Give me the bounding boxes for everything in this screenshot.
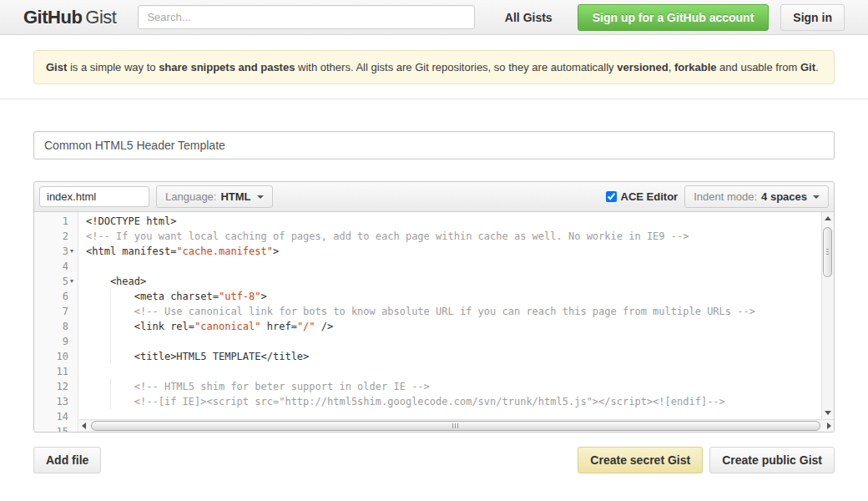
line-number: 9	[63, 334, 68, 349]
gist-new-page: GitHubGist All Gists Sign up for a GitHu…	[0, 0, 868, 501]
logo-gist-text: Gist	[85, 7, 116, 28]
create-secret-gist-button[interactable]: Create secret Gist	[578, 447, 703, 473]
indent-guide	[110, 349, 111, 364]
indent-guide	[110, 334, 111, 349]
line-number: 3	[63, 244, 68, 259]
code-line: 7 <!-- Use canonical link for bots to kn…	[34, 304, 834, 319]
code-line-text: <!-- HTML5 shim for beter support in old…	[79, 379, 430, 394]
indent-mode-value: 4 spaces	[761, 190, 807, 203]
indent-mode-label: Indent mode:	[694, 190, 757, 203]
ace-editor-toggle[interactable]: ACE Editor	[606, 190, 679, 203]
code-line: 5▾ <head>	[34, 274, 834, 289]
line-number: 7	[63, 304, 68, 319]
line-number: 13	[57, 394, 68, 409]
code-line-text: <!-- If you want local caching of pages,…	[79, 229, 689, 244]
fold-arrow-icon[interactable]: ▾	[68, 244, 79, 259]
gist-file-box: Language: HTML ACE Editor Indent mode: 4…	[33, 181, 835, 433]
line-number: 11	[57, 364, 68, 379]
gist-notice-text: Gist is a simple way to share snippets a…	[46, 61, 819, 73]
line-number: 10	[57, 349, 68, 364]
line-number: 1	[63, 214, 68, 229]
code-line: 1<!DOCTYPE html>	[34, 214, 834, 229]
indent-guide	[110, 379, 111, 394]
code-line: 9	[34, 334, 834, 349]
indent-guide	[110, 319, 111, 334]
line-number: 14	[57, 409, 68, 424]
header-nav: All Gists Sign up for a GitHub account S…	[505, 4, 845, 31]
indent-guide	[110, 394, 111, 409]
footer-actions-right: Create secret Gist Create public Gist	[578, 447, 835, 473]
code-line-text: <link rel="canonical" href="/" />	[79, 319, 333, 334]
ace-editor-checkbox[interactable]	[606, 191, 617, 202]
code-line: 11	[34, 364, 834, 379]
language-dropdown[interactable]: Language: HTML	[156, 185, 273, 208]
divider	[0, 99, 868, 99]
toolbar-right: ACE Editor Indent mode: 4 spaces	[606, 185, 829, 208]
code-line-text: <head>	[79, 274, 146, 289]
gist-notice: Gist is a simple way to share snippets a…	[33, 50, 835, 84]
scroll-left-icon[interactable]	[82, 423, 86, 429]
line-number: 6	[63, 289, 68, 304]
vertical-scrollbar[interactable]	[821, 212, 834, 419]
chevron-down-icon	[813, 195, 820, 199]
top-header: GitHubGist All Gists Sign up for a GitHu…	[0, 0, 868, 35]
indent-guide	[110, 289, 111, 304]
signup-button[interactable]: Sign up for a GitHub account	[578, 4, 770, 31]
file-toolbar: Language: HTML ACE Editor Indent mode: 4…	[34, 182, 834, 212]
line-number: 8	[63, 319, 68, 334]
code-line-text: <html manifest="cache.manifest">	[79, 244, 279, 259]
code-line: 3▾<html manifest="cache.manifest">	[34, 244, 834, 259]
code-line: 2<!-- If you want local caching of pages…	[34, 229, 834, 244]
ace-editor-label: ACE Editor	[621, 190, 679, 203]
line-number: 15	[57, 424, 68, 432]
code-line: 10 <title>HTML5 TEMPLATE</title>	[34, 349, 834, 364]
scroll-up-icon[interactable]	[825, 216, 831, 220]
line-number: 5	[63, 274, 68, 289]
horizontal-scrollbar-thumb[interactable]	[91, 421, 820, 431]
code-line-text	[79, 334, 86, 349]
code-editor[interactable]: 1<!DOCTYPE html>2<!-- If you want local …	[34, 212, 834, 432]
fold-arrow-icon[interactable]: ▾	[68, 274, 79, 289]
code-line-text: <!-- Use canonical link for bots to know…	[79, 304, 755, 319]
code-line-text: <meta charset="utf-8">	[79, 289, 267, 304]
code-line: 13 <!--[if IE]><script src="http://html5…	[34, 394, 834, 409]
editor-lines: 1<!DOCTYPE html>2<!-- If you want local …	[34, 212, 834, 432]
horizontal-scrollbar[interactable]	[79, 419, 834, 432]
gist-description-input[interactable]	[33, 131, 835, 159]
code-line-text: <!DOCTYPE html>	[79, 214, 176, 229]
scroll-down-icon[interactable]	[825, 411, 831, 415]
search-input[interactable]	[138, 5, 475, 29]
line-number: 2	[63, 229, 68, 244]
code-line-text	[79, 364, 86, 379]
signin-button[interactable]: Sign in	[780, 4, 845, 31]
code-line: 6 <meta charset="utf-8">	[34, 289, 834, 304]
line-number: 12	[57, 379, 68, 394]
language-dropdown-value: HTML	[220, 190, 250, 203]
filename-input[interactable]	[39, 186, 149, 207]
vertical-scrollbar-thumb[interactable]	[823, 227, 832, 277]
code-line-text	[79, 259, 86, 274]
scroll-right-icon[interactable]	[827, 423, 831, 429]
code-line: 8 <link rel="canonical" href="/" />	[34, 319, 834, 334]
code-line: 12 <!-- HTML5 shim for beter support in …	[34, 379, 834, 394]
all-gists-link[interactable]: All Gists	[505, 11, 553, 24]
create-public-gist-button[interactable]: Create public Gist	[709, 447, 835, 473]
code-line: 4	[34, 259, 834, 274]
code-line-text: <!--[if IE]><script src="http://html5shi…	[79, 394, 725, 409]
language-dropdown-label: Language:	[165, 190, 216, 203]
footer-actions: Add file Create secret Gist Create publi…	[33, 447, 835, 473]
code-line-text: <title>HTML5 TEMPLATE</title>	[79, 349, 309, 364]
chevron-down-icon	[257, 195, 264, 199]
indent-mode-dropdown[interactable]: Indent mode: 4 spaces	[684, 185, 829, 208]
github-gist-logo[interactable]: GitHubGist	[23, 7, 116, 28]
logo-github-text: GitHub	[23, 7, 82, 28]
line-number: 4	[63, 259, 68, 274]
add-file-button[interactable]: Add file	[33, 447, 101, 473]
indent-guide	[110, 304, 111, 319]
